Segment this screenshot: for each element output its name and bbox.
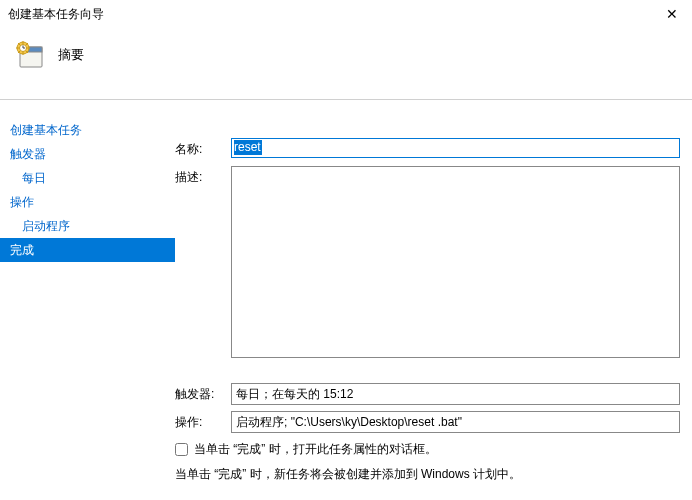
open-properties-row[interactable]: 当单击 “完成” 时，打开此任务属性的对话框。 [175, 441, 680, 458]
action-summary-value[interactable]: 启动程序; "C:\Users\ky\Desktop\reset .bat" [231, 411, 680, 433]
title-bar: 创建基本任务向导 ✕ [0, 0, 692, 28]
finish-info-text: 当单击 “完成” 时，新任务将会被创建并添加到 Windows 计划中。 [175, 466, 680, 483]
window-title: 创建基本任务向导 [8, 6, 104, 23]
nav-trigger[interactable]: 触发器 [0, 142, 175, 166]
wizard-header: 摘要 [0, 28, 692, 81]
trigger-summary-value[interactable]: 每日；在每天的 15:12 [231, 383, 680, 405]
open-properties-label: 当单击 “完成” 时，打开此任务属性的对话框。 [194, 441, 437, 458]
nav-create-basic-task[interactable]: 创建基本任务 [0, 118, 175, 142]
nav-action[interactable]: 操作 [0, 190, 175, 214]
action-summary-label: 操作: [175, 411, 231, 433]
wizard-content: 名称: reset 描述: 触发器: 每日；在每天的 15:12 操作: 启动程… [175, 100, 692, 500]
close-icon: ✕ [666, 6, 678, 22]
description-input[interactable] [231, 166, 680, 358]
name-input[interactable]: reset [231, 138, 680, 158]
nav-action-start-program[interactable]: 启动程序 [0, 214, 175, 238]
description-label: 描述: [175, 166, 231, 361]
trigger-summary-label: 触发器: [175, 383, 231, 405]
close-button[interactable]: ✕ [660, 2, 684, 26]
wizard-nav: 创建基本任务 触发器 每日 操作 启动程序 完成 [0, 100, 175, 500]
open-properties-checkbox[interactable] [175, 443, 188, 456]
nav-finish[interactable]: 完成 [0, 238, 175, 262]
name-label: 名称: [175, 138, 231, 158]
nav-trigger-daily[interactable]: 每日 [0, 166, 175, 190]
wizard-icon [14, 39, 46, 71]
wizard-heading: 摘要 [58, 46, 84, 64]
